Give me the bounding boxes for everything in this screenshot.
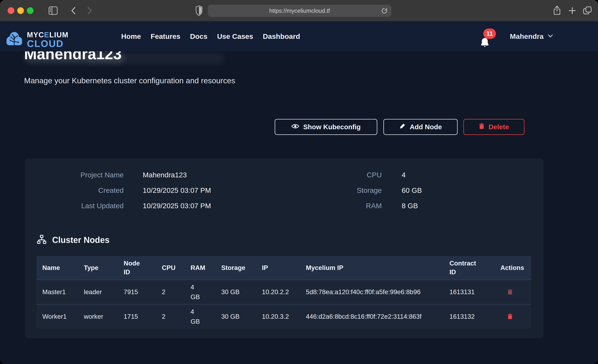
user-menu[interactable]: Mahendra	[510, 21, 553, 51]
nav-link-docs[interactable]: Docs	[190, 32, 208, 41]
sidebar-toggle-icon[interactable]	[49, 6, 58, 15]
cell-contract-id: 1613132	[444, 305, 495, 329]
cell-name: Worker1	[36, 305, 78, 329]
column-header-storage: Storage	[216, 256, 256, 280]
cell-ip: 10.20.3.2	[256, 305, 300, 329]
column-header-name: Name	[36, 256, 78, 280]
info-value: 60 GB	[402, 186, 422, 194]
cell-name: Master1	[36, 280, 78, 304]
logo-wordmark: MYCELIUM CLOUD	[27, 31, 68, 49]
delete-cluster-button[interactable]: Delete	[463, 119, 524, 135]
column-header-cpu: CPU	[156, 256, 185, 280]
nav-links: HomeFeaturesDocsUse CasesDashboard	[121, 21, 300, 51]
close-button[interactable]	[8, 7, 14, 14]
nav-link-features[interactable]: Features	[150, 32, 180, 41]
info-label-cpu: CPU	[274, 171, 382, 179]
network-nodes-icon	[36, 234, 47, 245]
zoom-button[interactable]	[27, 7, 33, 14]
cell-contract-id: 1613131	[444, 280, 495, 304]
notifications[interactable]: 11	[478, 21, 498, 51]
info-row: CPU4	[274, 171, 422, 179]
nav-link-dashboard[interactable]: Dashboard	[263, 32, 300, 41]
info-row: Created10/29/2025 03:07 PM	[32, 186, 211, 194]
cell-mycelium-ip: 5d8:78ea:a120:f40c:ff0f:a5fe:99e6:8b96	[300, 280, 444, 304]
add-node-button[interactable]: Add Node	[383, 119, 457, 135]
cluster-info-right: CPU4Storage60 GBRAM8 GB	[274, 171, 422, 210]
tab-overview-icon[interactable]	[582, 6, 592, 15]
column-header-node-id: Node ID	[118, 256, 156, 280]
forward-button-icon[interactable]	[87, 7, 93, 15]
cell-cpu: 2	[156, 305, 185, 329]
url-text: https://myceliumcloud.tf	[269, 8, 330, 14]
cloud-tree-logo-icon	[5, 31, 24, 48]
cluster-nodes-table: NameTypeNode IDCPURAMStorageIPMycelium I…	[36, 256, 531, 329]
cell-mycelium-ip: 446:d2a6:8bcd:8c16:ff0f:72e2:3114:863f	[300, 305, 444, 329]
info-value: 8 GB	[402, 202, 418, 210]
info-row: Project NameMahendra123	[32, 171, 211, 179]
info-label-ram: RAM	[274, 202, 382, 210]
user-name: Mahendra	[510, 32, 544, 41]
info-row: Storage60 GB	[274, 186, 422, 194]
privacy-shield-icon[interactable]	[195, 5, 203, 16]
notification-badge: 11	[483, 29, 496, 39]
info-label-storage: Storage	[274, 186, 382, 194]
cluster-actions: Show Kubeconfig Add Node	[0, 119, 598, 135]
column-header-ram: RAM	[185, 256, 216, 280]
info-row: Last Updated10/29/2025 03:07 PM	[32, 202, 211, 210]
column-header-ip: IP	[256, 256, 300, 280]
nav-link-use-cases[interactable]: Use Cases	[217, 32, 253, 41]
info-row: RAM8 GB	[274, 202, 422, 210]
cell-ip: 10.20.2.2	[256, 280, 300, 304]
node-row-worker1: Worker1worker171524 GB30 GB10.20.3.2446:…	[36, 304, 531, 329]
table-body: Master1leader791524 GB30 GB10.20.2.25d8:…	[36, 280, 531, 329]
trash-icon	[479, 123, 484, 131]
info-label-created: Created	[32, 186, 124, 194]
add-node-label: Add Node	[410, 123, 442, 131]
browser-chrome: https://myceliumcloud.tf	[0, 0, 598, 21]
cell-ram: 4 GB	[185, 305, 216, 329]
back-button-icon[interactable]	[70, 7, 76, 15]
cluster-details-panel: Project NameMahendra123Created10/29/2025…	[25, 158, 544, 339]
cell-storage: 30 GB	[216, 305, 256, 329]
new-tab-icon[interactable]	[568, 7, 576, 15]
cell-actions	[495, 280, 531, 304]
column-header-type: Type	[78, 256, 118, 280]
cell-ram: 4 GB	[185, 280, 216, 304]
cell-actions	[495, 305, 531, 329]
cell-type: leader	[78, 280, 118, 304]
info-value: 10/29/2025 03:07 PM	[143, 202, 211, 210]
reload-icon[interactable]	[381, 7, 388, 15]
minimize-button[interactable]	[17, 7, 24, 14]
cluster-nodes-title: Cluster Nodes	[52, 235, 109, 245]
cell-storage: 30 GB	[216, 280, 256, 304]
share-icon[interactable]	[553, 5, 561, 16]
cell-type: worker	[78, 305, 118, 329]
page-content: Mahendra123 Manage your Kubernetes clust…	[0, 21, 598, 364]
cluster-nodes-heading: Cluster Nodes	[36, 234, 109, 245]
cell-node-id: 7915	[118, 280, 156, 304]
chevron-down-icon	[548, 34, 553, 39]
delete-node-button[interactable]	[507, 313, 513, 320]
column-header-actions: Actions	[495, 256, 531, 280]
browser-window: https://myceliumcloud.tf	[0, 0, 598, 364]
show-kubeconfig-label: Show Kubeconfig	[303, 123, 361, 131]
page-subtitle: Manage your Kubernetes cluster configura…	[24, 76, 235, 85]
info-value: 10/29/2025 03:07 PM	[143, 186, 211, 194]
mycelium-cloud-logo[interactable]: MYCELIUM CLOUD	[5, 31, 68, 49]
node-row-master1: Master1leader791524 GB30 GB10.20.2.25d8:…	[36, 280, 531, 304]
info-value: 4	[402, 171, 406, 179]
pencil-icon	[399, 123, 406, 131]
address-bar[interactable]: https://myceliumcloud.tf	[208, 5, 391, 17]
delete-label: Delete	[489, 123, 509, 131]
column-header-contract-id: Contract ID	[444, 256, 495, 280]
show-kubeconfig-button[interactable]: Show Kubeconfig	[275, 119, 377, 135]
traffic-lights	[8, 7, 33, 14]
table-header-row: NameTypeNode IDCPURAMStorageIPMycelium I…	[36, 256, 531, 280]
web-page: Mahendra123 Manage your Kubernetes clust…	[0, 21, 598, 364]
info-label-last-updated: Last Updated	[32, 202, 124, 210]
info-value: Mahendra123	[143, 171, 187, 179]
column-header-mycelium-ip: Mycelium IP	[300, 256, 444, 280]
nav-link-home[interactable]: Home	[121, 32, 141, 41]
info-label-project-name: Project Name	[32, 171, 124, 179]
delete-node-button[interactable]	[507, 289, 513, 296]
